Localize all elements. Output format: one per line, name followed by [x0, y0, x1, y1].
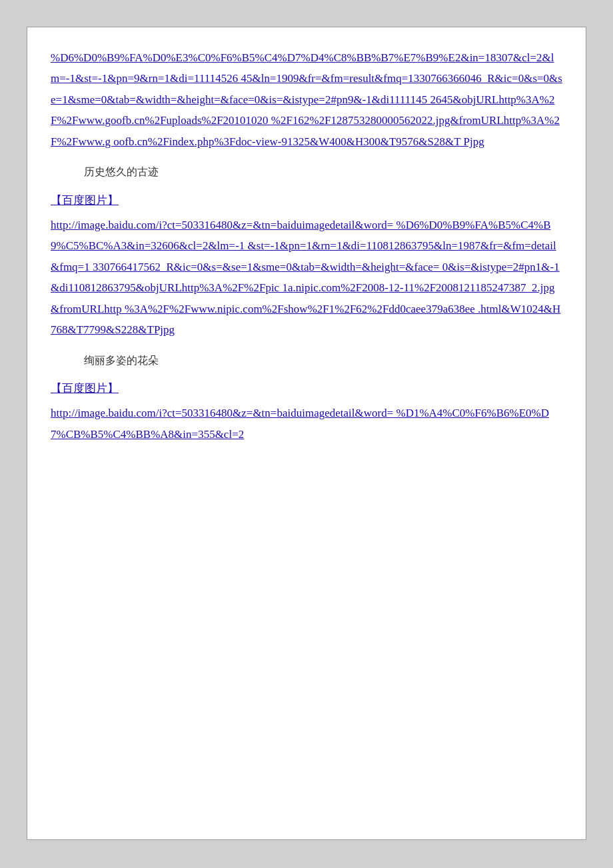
source-tag-1[interactable]: 【百度图片】 [51, 193, 562, 208]
page-container: %D6%D0%B9%FA%D0%E3%C0%F6%B5%C4%D7%D4%C8%… [27, 27, 586, 840]
section-2: http://image.baidu.com/i?ct=503316480&z=… [51, 215, 562, 396]
url-link-1[interactable]: %D6%D0%B9%FA%D0%E3%C0%F6%B5%C4%D7%D4%C8%… [51, 47, 562, 152]
section-1: %D6%D0%B9%FA%D0%E3%C0%F6%B5%C4%D7%D4%C8%… [51, 47, 562, 208]
url-link-2[interactable]: http://image.baidu.com/i?ct=503316480&z=… [51, 215, 562, 341]
section-3: http://image.baidu.com/i?ct=503316480&z=… [51, 403, 562, 445]
source-tag-2[interactable]: 【百度图片】 [51, 381, 562, 396]
description-2: 绚丽多姿的花朵 [84, 351, 562, 371]
url-link-3[interactable]: http://image.baidu.com/i?ct=503316480&z=… [51, 403, 562, 445]
description-1: 历史悠久的古迹 [84, 163, 562, 182]
